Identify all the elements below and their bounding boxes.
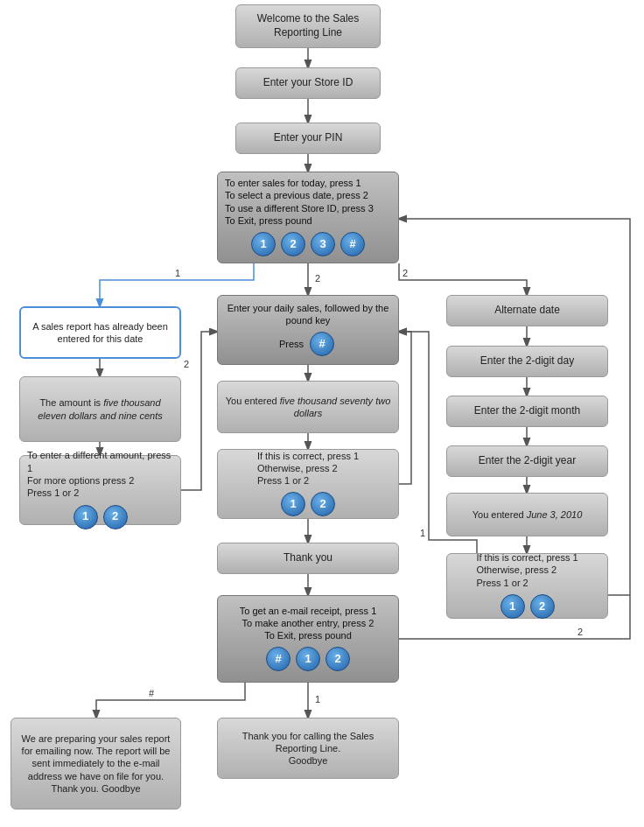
enter-diff-text: To enter a different amount, press 1 For… [27,449,173,499]
sales-report-box: A sales report has already been entered … [19,306,181,359]
if-correct-date-buttons: 1 2 [498,592,557,620]
day-box: Enter the 2-digit day [446,346,608,377]
if-correct-btn-1[interactable]: 1 [281,492,305,516]
enter-sales-btn-pound[interactable]: # [310,332,334,356]
if-correct-text: If this is correct, press 1 Otherwise, p… [257,450,359,487]
day-text: Enter the 2-digit day [480,354,574,368]
preparing-box: We are preparing your sales report for e… [10,718,181,809]
if-correct-date-text: If this is correct, press 1 Otherwise, p… [476,551,578,589]
welcome-box: Welcome to the Sales Reporting Line [235,4,381,48]
menu-line-3: To use a different Store ID, press 3 [225,202,391,214]
email-receipt-btn-pound[interactable]: # [266,647,290,671]
pin-box: Enter your PIN [235,123,381,154]
you-entered-box: You entered five thousand seventy two do… [217,381,399,433]
if-correct-date-btn-1[interactable]: 1 [500,594,525,619]
svg-text:#: # [149,688,155,698]
month-box: Enter the 2-digit month [446,396,608,427]
if-correct-date-btn-2[interactable]: 2 [530,594,555,619]
store-id-box: Enter your Store ID [235,67,381,99]
thank-you-text: Thank you [284,551,332,565]
enter-diff-btn-1[interactable]: 1 [74,505,98,529]
sales-report-text: A sales report has already been entered … [28,320,172,346]
alternate-date-text: Alternate date [494,304,560,318]
welcome-text: Welcome to the Sales Reporting Line [243,12,373,39]
email-receipt-box: To get an e-mail receipt, press 1 To mak… [217,595,399,683]
svg-text:2: 2 [315,273,320,284]
menu-btn-2[interactable]: 2 [281,232,305,256]
svg-text:1: 1 [420,528,425,538]
flowchart: 1 2 2 2 2 # 1 2 [0,0,644,827]
if-correct-buttons: 1 2 [278,490,338,518]
enter-sales-text: Enter your daily sales, followed by the … [225,302,391,327]
pin-text: Enter your PIN [274,131,343,145]
you-entered-date-box: You entered June 3, 2010 [446,493,608,536]
menu-box: To enter sales for today, press 1 To sel… [217,172,399,263]
svg-text:1: 1 [315,694,320,704]
email-receipt-btn-1[interactable]: 1 [296,647,320,671]
press-label: Press [279,338,304,350]
svg-text:1: 1 [175,268,180,278]
menu-lines: To enter sales for today, press 1 To sel… [225,177,391,227]
menu-btn-3[interactable]: 3 [311,232,335,256]
enter-diff-box: To enter a different amount, press 1 For… [19,455,181,525]
enter-diff-btn-2[interactable]: 2 [103,505,128,529]
email-receipt-btn-2[interactable]: 2 [326,647,350,671]
menu-line-2: To select a previous date, press 2 [225,189,391,201]
menu-buttons: 1 2 3 # [248,230,368,258]
amount-box: The amount is five thousand eleven dolla… [19,376,181,442]
you-entered-text: You entered five thousand seventy two do… [225,395,391,420]
enter-sales-box: Enter your daily sales, followed by the … [217,295,399,365]
thank-you-box: Thank you [217,543,399,574]
alternate-date-box: Alternate date [446,295,608,326]
thank-you-goodbye-text: Thank you for calling the Sales Reportin… [225,730,391,767]
svg-text:2: 2 [578,627,583,637]
month-text: Enter the 2-digit month [474,404,580,418]
year-box: Enter the 2-digit year [446,445,608,477]
year-text: Enter the 2-digit year [479,454,576,468]
menu-btn-pound[interactable]: # [340,232,365,256]
svg-text:2: 2 [184,359,189,369]
if-correct-box: If this is correct, press 1 Otherwise, p… [217,449,399,519]
email-receipt-buttons: # 1 2 [263,645,353,673]
store-id-text: Enter your Store ID [263,76,354,90]
preparing-text: We are preparing your sales report for e… [18,732,173,795]
amount-text: The amount is five thousand eleven dolla… [27,396,173,422]
if-correct-date-box: If this is correct, press 1 Otherwise, p… [446,553,608,619]
thank-you-goodbye-box: Thank you for calling the Sales Reportin… [217,718,399,779]
if-correct-btn-2[interactable]: 2 [311,492,335,516]
svg-text:2: 2 [402,268,408,278]
email-receipt-text: To get an e-mail receipt, press 1 To mak… [240,605,377,642]
you-entered-date-text: You entered June 3, 2010 [472,508,583,521]
enter-diff-buttons: 1 2 [71,503,130,531]
menu-line-4: To Exit, press pound [225,214,391,227]
menu-line-1: To enter sales for today, press 1 [225,177,391,189]
menu-btn-1[interactable]: 1 [251,232,276,256]
